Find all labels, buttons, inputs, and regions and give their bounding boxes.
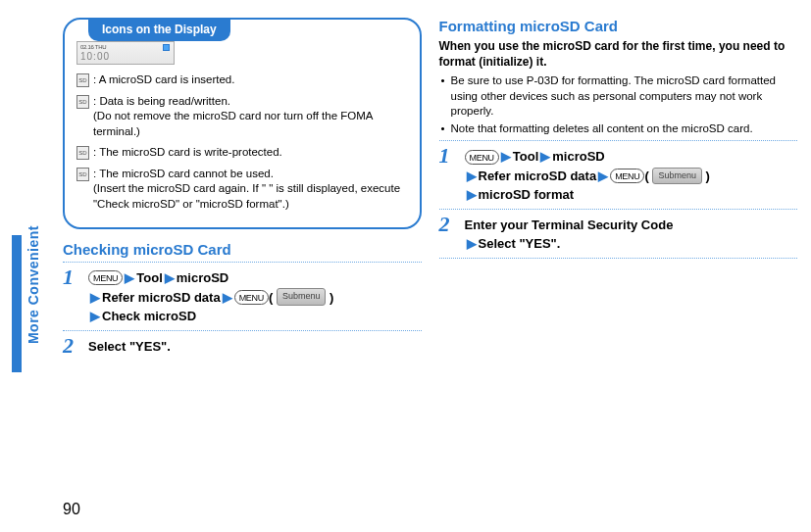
- icon-row: SD : A microSD card is inserted.: [76, 73, 408, 88]
- format-heading: Formatting microSD Card: [439, 18, 798, 34]
- step-body: Select "YES".: [88, 337, 171, 357]
- sd-icon: SD: [76, 73, 89, 87]
- step-number: 2: [63, 335, 80, 357]
- step-body: Enter your Terminal Security Code ▶Selec…: [465, 216, 674, 254]
- arrow-icon: ▶: [165, 270, 175, 285]
- arrow-icon: ▶: [467, 169, 477, 183]
- icon-row-sub: (Do not remove the microSD card nor turn…: [93, 109, 408, 139]
- step-text: Refer microSD data: [479, 169, 597, 183]
- display-time: 10:00: [80, 51, 171, 62]
- sd-rw-icon: SD: [76, 95, 89, 109]
- icon-row-main: : The microSD card cannot be used.: [93, 168, 274, 179]
- step-text: microSD: [177, 270, 228, 285]
- step-text: microSD: [552, 149, 604, 164]
- display-date: 02.16 THU: [80, 44, 171, 50]
- step-number: 1: [63, 266, 80, 288]
- icon-row: SD : The microSD card is write-protected…: [76, 145, 408, 161]
- icons-box: Icons on the Display 02.16 THU 10:00 SD …: [63, 18, 422, 229]
- check-step-2: 2 Select "YES".: [63, 337, 422, 357]
- check-heading: Checking microSD Card: [63, 241, 422, 258]
- left-column: Icons on the Display 02.16 THU 10:00 SD …: [63, 18, 422, 357]
- phone-display-mock: 02.16 THU 10:00: [76, 41, 175, 65]
- menu-key-icon: MENU: [610, 169, 644, 183]
- icon-row-text: : A microSD card is inserted.: [93, 73, 234, 88]
- dotted-rule: [439, 258, 798, 259]
- arrow-icon: ▶: [598, 169, 608, 183]
- arrow-icon: ▶: [501, 149, 511, 164]
- step-text: Enter your Terminal Security Code: [465, 218, 674, 232]
- icon-row: SD : Data is being read/written. (Do not…: [76, 94, 408, 140]
- step-text: microSD format: [479, 187, 575, 202]
- icons-box-title: Icons on the Display: [88, 19, 230, 41]
- step-text: Tool: [136, 270, 162, 285]
- icon-row-sub: (Insert the microSD card again. If " " i…: [93, 181, 408, 212]
- arrow-icon: ▶: [90, 309, 100, 323]
- side-tab-bar: [12, 235, 22, 372]
- step-number: 2: [439, 214, 457, 235]
- step-body: MENU▶Tool▶microSD ▶Refer microSD data▶ME…: [465, 147, 710, 205]
- sd-indicator-icon: [163, 44, 170, 51]
- step-text: Select "YES".: [479, 236, 561, 251]
- arrow-icon: ▶: [467, 236, 477, 251]
- check-step-1: 1 MENU▶Tool▶microSD ▶Refer microSD data▶…: [63, 268, 422, 326]
- submenu-pill: Submenu: [277, 288, 327, 306]
- step-text: Check microSD: [102, 309, 196, 323]
- side-tab: More Convenient: [12, 127, 39, 353]
- icon-row: SD : The microSD card cannot be used. (I…: [76, 167, 408, 213]
- menu-key-icon: MENU: [234, 290, 269, 305]
- right-column: Formatting microSD Card When you use the…: [439, 18, 798, 357]
- sd-error-icon: SD: [76, 168, 89, 181]
- step-number: 1: [439, 145, 457, 167]
- format-step-2: 2 Enter your Terminal Security Code ▶Sel…: [439, 216, 798, 254]
- content-columns: Icons on the Display 02.16 THU 10:00 SD …: [63, 18, 797, 357]
- sd-lock-icon: SD: [76, 146, 89, 160]
- submenu-pill: Submenu: [652, 168, 702, 185]
- icon-row-text: : The microSD card cannot be used. (Inse…: [93, 167, 408, 213]
- dotted-rule: [63, 262, 422, 263]
- format-bullet: Be sure to use P-03D for formatting. The…: [439, 73, 798, 120]
- icon-row-text: : The microSD card is write-protected.: [93, 145, 282, 161]
- side-tab-label: More Convenient: [25, 225, 41, 344]
- arrow-icon: ▶: [125, 270, 134, 285]
- step-text: Refer microSD data: [102, 290, 221, 305]
- arrow-icon: ▶: [223, 290, 232, 305]
- page-number: 90: [63, 501, 80, 518]
- step-body: MENU▶Tool▶microSD ▶Refer microSD data▶ME…: [88, 268, 333, 326]
- icon-row-text: : Data is being read/written. (Do not re…: [93, 94, 408, 140]
- menu-key-icon: MENU: [465, 150, 499, 165]
- format-intro: When you use the microSD card for the fi…: [439, 38, 798, 70]
- arrow-icon: ▶: [467, 187, 477, 202]
- menu-key-icon: MENU: [88, 270, 123, 285]
- dotted-rule: [63, 330, 422, 331]
- format-step-1: 1 MENU▶Tool▶microSD ▶Refer microSD data▶…: [439, 147, 798, 205]
- icon-row-main: : Data is being read/written.: [93, 95, 230, 107]
- step-text: Tool: [513, 149, 538, 164]
- arrow-icon: ▶: [90, 290, 100, 305]
- dotted-rule: [439, 209, 798, 210]
- dotted-rule: [439, 140, 798, 141]
- format-bullet: Note that formatting deletes all content…: [439, 121, 798, 137]
- arrow-icon: ▶: [540, 149, 550, 164]
